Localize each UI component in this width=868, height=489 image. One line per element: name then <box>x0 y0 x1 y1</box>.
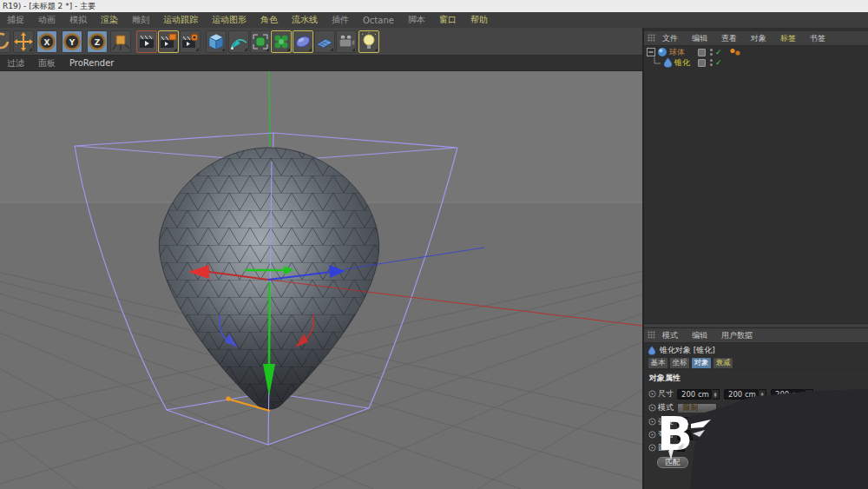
menu-snap[interactable]: 捕捉 <box>0 14 31 26</box>
menu-pipeline[interactable]: 流水线 <box>285 14 325 26</box>
tree-connector <box>651 57 661 68</box>
param-label: 模式 <box>658 402 677 413</box>
svg-text:Z: Z <box>95 38 101 47</box>
lock-x-axis-button[interactable]: X <box>36 30 57 53</box>
render-to-picture-viewer-button[interactable] <box>158 30 179 53</box>
enable-check-icon[interactable]: ✓ <box>715 48 722 56</box>
expand-toggle-icon[interactable] <box>647 48 655 56</box>
size-z-input[interactable]: 200 cm <box>771 389 806 400</box>
size-x-input[interactable]: 200 cm <box>677 389 712 400</box>
section-header[interactable]: 对象属性 <box>649 373 681 384</box>
om-menu-edit[interactable]: 编辑 <box>685 33 714 44</box>
keyframe-circle-icon[interactable] <box>648 390 656 398</box>
param-label: 圆角 <box>658 442 677 453</box>
floor-environment-button[interactable] <box>314 30 335 53</box>
menu-window[interactable]: 窗口 <box>432 14 464 26</box>
pan-view-icon[interactable] <box>578 57 592 69</box>
strength-input[interactable]: 50 % <box>677 417 712 427</box>
edit-render-settings-button[interactable] <box>180 30 201 53</box>
param-label: 强度 <box>658 416 677 427</box>
keyframe-circle-icon[interactable] <box>648 418 656 426</box>
object-row-taper[interactable]: 锥化 <box>651 57 695 68</box>
fillet-checkbox[interactable]: ✓ <box>677 444 685 452</box>
rotate-view-icon[interactable] <box>609 57 623 69</box>
cloner-generator-button[interactable] <box>271 30 292 53</box>
primitive-cube-button[interactable] <box>206 30 227 53</box>
tab-coordinates[interactable]: 坐标 <box>669 357 690 369</box>
panel-grip-icon[interactable] <box>648 331 655 340</box>
tab-basic[interactable]: 基本 <box>648 357 668 369</box>
window-title: R19) - [未标题 2 *] - 主要 <box>3 2 95 10</box>
size-y-spinner[interactable]: ▲▼ <box>759 389 766 400</box>
menu-animate[interactable]: 动画 <box>31 14 62 26</box>
y-axis-line-top <box>269 71 270 147</box>
menu-sculpt[interactable]: 雕刻 <box>125 14 156 26</box>
keyframe-circle-icon[interactable] <box>648 444 656 452</box>
keyframe-circle-icon[interactable] <box>648 404 656 412</box>
am-menu-user-data[interactable]: 用户数据 <box>714 330 760 341</box>
size-x-spinner[interactable]: ▲▼ <box>712 389 720 400</box>
y-axis-icon: Y <box>62 32 82 51</box>
object-row-sphere[interactable]: 球体 <box>647 47 690 57</box>
viewport-canvas[interactable] <box>0 71 642 489</box>
curvature-input[interactable] <box>677 430 712 440</box>
om-menu-file[interactable]: 文件 <box>655 33 685 44</box>
lock-z-axis-button[interactable]: Z <box>87 30 108 53</box>
viewport-menu-filter[interactable]: 过滤 <box>0 57 31 69</box>
menu-script[interactable]: 脚本 <box>401 14 432 26</box>
menu-simulate[interactable]: 模拟 <box>62 14 94 26</box>
menu-mograph[interactable]: 运动图形 <box>205 14 253 26</box>
fit-to-parent-button[interactable]: 匹配 <box>657 457 688 468</box>
menu-help[interactable]: 帮助 <box>464 14 495 26</box>
svg-text:Y: Y <box>69 38 76 47</box>
menu-octane[interactable]: Octane <box>356 16 401 25</box>
spline-pen-button[interactable] <box>228 30 249 53</box>
param-label: 弯曲 <box>658 429 677 440</box>
am-menu-mode[interactable]: 模式 <box>655 330 685 341</box>
phong-tag-icon[interactable] <box>729 48 743 56</box>
menu-character[interactable]: 角色 <box>253 14 285 26</box>
om-menu-object[interactable]: 对象 <box>744 33 773 44</box>
viewport-menu-prorender[interactable]: ProRender <box>62 58 121 68</box>
size-z-spinner[interactable]: ▲▼ <box>806 389 813 400</box>
panel-grip-icon[interactable] <box>648 34 655 43</box>
curvature-spinner[interactable]: ▲▼ <box>712 430 720 440</box>
menu-plugins[interactable]: 插件 <box>325 14 356 26</box>
enable-check-icon[interactable]: ✓ <box>715 58 722 67</box>
size-y-input[interactable]: 200 cm <box>724 389 759 400</box>
tab-falloff[interactable]: 衰减 <box>713 357 733 369</box>
menu-motion-tracker[interactable]: 运动跟踪 <box>156 14 205 26</box>
mode-dropdown[interactable]: 限制 <box>677 403 717 413</box>
camera-object-button[interactable] <box>336 30 357 53</box>
attribute-tabs: 基本 坐标 对象 衰减 <box>644 357 868 370</box>
zoom-view-icon[interactable] <box>594 57 608 69</box>
subdivision-surface-button[interactable] <box>250 30 271 53</box>
visibility-dots-icon[interactable] <box>710 49 713 56</box>
taper-deformer-icon <box>648 346 656 355</box>
light-object-button[interactable] <box>358 30 379 53</box>
viewport-menu-panel[interactable]: 面板 <box>31 57 62 69</box>
keyframe-circle-icon[interactable] <box>648 431 656 439</box>
menu-render[interactable]: 渲染 <box>94 14 125 26</box>
om-menu-bookmark[interactable]: 书签 <box>803 33 832 44</box>
visibility-dots-icon[interactable] <box>710 59 713 66</box>
layer-toggle-icon[interactable] <box>698 49 706 56</box>
taper-deformer-icon <box>663 57 673 68</box>
object-name[interactable]: 锥化 <box>674 57 695 69</box>
param-label: 尺寸 <box>658 388 677 400</box>
om-menu-view[interactable]: 查看 <box>714 33 744 44</box>
lock-y-axis-button[interactable]: Y <box>62 30 82 53</box>
strength-spinner[interactable]: ▲▼ <box>712 417 720 427</box>
deformer-button[interactable] <box>293 30 313 53</box>
layer-toggle-icon[interactable] <box>698 59 706 67</box>
attribute-title: 锥化对象 [锥化] <box>660 345 715 356</box>
rotate-tool-button[interactable] <box>0 30 10 53</box>
window-title-bar: R19) - [未标题 2 *] - 主要 <box>0 0 868 12</box>
tab-object[interactable]: 对象 <box>691 357 712 369</box>
om-menu-tag[interactable]: 标签 <box>773 33 803 44</box>
coordinate-system-button[interactable] <box>110 30 131 53</box>
render-view-button[interactable] <box>136 30 157 53</box>
toggle-panels-icon[interactable] <box>625 57 639 69</box>
move-tool-button[interactable] <box>13 30 34 53</box>
am-menu-edit[interactable]: 编辑 <box>685 330 714 341</box>
